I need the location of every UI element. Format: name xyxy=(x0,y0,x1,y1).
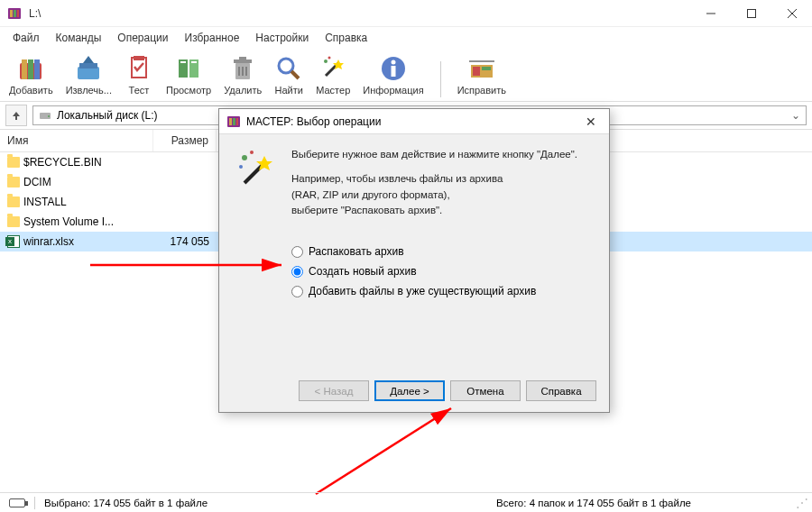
svg-point-30 xyxy=(328,57,331,59)
menu-settings[interactable]: Настройки xyxy=(248,29,316,47)
svg-rect-36 xyxy=(482,67,491,70)
svg-point-46 xyxy=(250,151,254,154)
repair-icon xyxy=(467,54,496,83)
radio-input[interactable] xyxy=(291,246,303,258)
menu-commands[interactable]: Команды xyxy=(49,29,109,47)
radio-option-1[interactable]: Создать новый архив xyxy=(291,261,609,281)
help-button[interactable]: Справка xyxy=(526,380,596,401)
add-icon xyxy=(16,54,45,83)
menu-operations[interactable]: Операции xyxy=(110,29,175,47)
svg-rect-43 xyxy=(236,118,238,125)
file-name: $RECYCLE.BIN xyxy=(23,156,102,169)
dialog-description: Выберите нужное вам действие и нажмите к… xyxy=(291,147,577,227)
file-size xyxy=(153,180,217,184)
file-size xyxy=(153,160,217,164)
svg-rect-11 xyxy=(34,59,40,79)
dialog-title: МАСТЕР: Выбор операции xyxy=(246,115,580,128)
toolbar-separator xyxy=(440,61,441,97)
file-size: 174 055 xyxy=(153,233,217,250)
svg-rect-42 xyxy=(233,118,235,125)
radio-option-2[interactable]: Добавить файлы в уже существующий архив xyxy=(291,281,609,301)
svg-point-29 xyxy=(324,59,328,63)
radio-label: Добавить файлы в уже существующий архив xyxy=(309,285,536,297)
svg-line-49 xyxy=(316,408,451,494)
status-total: Всего: 4 папок и 174 055 байт в 1 файле xyxy=(487,498,700,508)
svg-rect-13 xyxy=(79,63,97,69)
dialog-options: Распаковать архивСоздать новый архивДоба… xyxy=(291,242,609,301)
path-label: Локальный диск (L:) xyxy=(57,109,158,122)
wizard-large-icon xyxy=(235,147,279,190)
svg-rect-21 xyxy=(234,59,252,63)
delete-icon xyxy=(228,54,257,83)
svg-rect-12 xyxy=(78,67,99,79)
toolbar-test[interactable]: Тест xyxy=(123,52,155,97)
wizard-dialog: МАСТЕР: Выбор операции ✕ Выберите нужное… xyxy=(218,108,610,413)
svg-line-27 xyxy=(291,71,299,78)
app-icon xyxy=(226,114,241,129)
svg-rect-18 xyxy=(180,61,186,63)
col-size[interactable]: Размер xyxy=(153,130,217,151)
svg-rect-15 xyxy=(134,56,144,60)
up-button[interactable] xyxy=(5,105,27,126)
radio-input[interactable] xyxy=(291,266,303,278)
file-name: System Volume I... xyxy=(23,215,114,228)
svg-rect-41 xyxy=(229,118,232,125)
next-button[interactable]: Далее > xyxy=(374,380,445,401)
minimize-button[interactable] xyxy=(690,0,731,27)
folder-icon xyxy=(7,216,20,227)
svg-rect-2 xyxy=(14,10,16,17)
radio-input[interactable] xyxy=(291,286,303,297)
svg-rect-35 xyxy=(473,67,480,76)
cancel-button[interactable]: Отмена xyxy=(450,380,521,401)
statusbar: Выбрано: 174 055 байт в 1 файле Всего: 4… xyxy=(0,492,812,512)
svg-point-45 xyxy=(242,155,247,160)
dialog-titlebar: МАСТЕР: Выбор операции ✕ xyxy=(219,109,609,134)
back-button[interactable]: < Назад xyxy=(299,380,369,401)
toolbar-add[interactable]: Добавить xyxy=(7,52,55,97)
toolbar: Добавить Извлечь... Тест Просмотр Удалит… xyxy=(0,49,812,102)
file-size xyxy=(153,200,217,204)
radio-label: Распаковать архив xyxy=(309,245,404,258)
toolbar-info[interactable]: Информация xyxy=(361,52,425,97)
svg-rect-33 xyxy=(391,66,395,77)
toolbar-find[interactable]: Найти xyxy=(272,52,305,97)
toolbar-repair[interactable]: Исправить xyxy=(456,52,508,97)
dialog-buttons: < Назад Далее > Отмена Справка xyxy=(299,380,596,401)
folder-icon xyxy=(7,197,20,207)
col-name[interactable]: Имя xyxy=(0,130,153,151)
dialog-close-button[interactable]: ✕ xyxy=(580,114,602,129)
toolbar-delete[interactable]: Удалить xyxy=(222,52,263,97)
maximize-button[interactable] xyxy=(731,0,771,27)
svg-point-26 xyxy=(279,59,293,73)
chevron-down-icon: ⌄ xyxy=(791,109,800,122)
extract-icon xyxy=(74,54,103,83)
file-name: INSTALL xyxy=(23,196,67,208)
svg-rect-3 xyxy=(17,10,19,17)
file-size xyxy=(153,220,217,224)
drive-icon xyxy=(39,109,51,122)
svg-point-47 xyxy=(239,165,243,169)
radio-option-0[interactable]: Распаковать архив xyxy=(291,242,609,261)
folder-icon xyxy=(7,157,20,168)
svg-point-32 xyxy=(391,60,395,65)
resize-grip[interactable]: ⋰ xyxy=(796,496,808,510)
menubar: Файл Команды Операции Избранное Настройк… xyxy=(0,27,812,49)
menu-help[interactable]: Справка xyxy=(318,29,374,47)
close-button[interactable] xyxy=(771,0,812,27)
find-icon xyxy=(274,54,303,83)
wizard-icon xyxy=(318,54,347,83)
app-icon xyxy=(7,6,22,21)
up-arrow-icon xyxy=(10,109,23,122)
toolbar-extract[interactable]: Извлечь... xyxy=(64,52,114,97)
folder-icon xyxy=(7,177,20,187)
status-selected: Выбрано: 174 055 байт в 1 файле xyxy=(35,498,217,508)
test-icon xyxy=(125,54,153,83)
svg-rect-9 xyxy=(22,59,27,79)
window-title: L:\ xyxy=(29,7,690,20)
toolbar-view[interactable]: Просмотр xyxy=(164,52,213,97)
svg-rect-5 xyxy=(747,9,755,17)
menu-favorites[interactable]: Избранное xyxy=(178,29,247,47)
menu-file[interactable]: Файл xyxy=(5,29,47,47)
toolbar-wizard[interactable]: Мастер xyxy=(314,52,352,97)
titlebar: L:\ xyxy=(0,0,812,27)
